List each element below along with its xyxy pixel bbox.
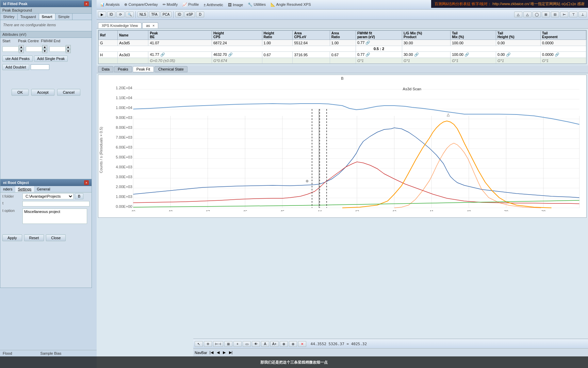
snap-tool[interactable]: ⊛ — [289, 341, 297, 347]
fwhm-link-h[interactable]: 🔗 — [365, 52, 370, 57]
toolbar-r8[interactable]: ⊥ — [578, 12, 587, 17]
eye-tool[interactable]: 👁 — [252, 341, 260, 347]
toolbar-r2[interactable]: △ — [523, 12, 532, 17]
height-link-h[interactable]: 🔗 — [228, 52, 233, 57]
tab-peaks[interactable]: Peaks — [114, 66, 132, 72]
add-doublet-button[interactable]: Add Doublet — [2, 64, 29, 70]
start-spinner[interactable]: 6 ▲ ▼ — [2, 45, 24, 53]
fwhm-input[interactable]: 43.90 — [49, 46, 66, 52]
fwhm-spinner[interactable]: 43.90 ▲ ▼ — [49, 45, 71, 53]
nav-next[interactable]: ▶ — [222, 350, 227, 355]
toolbar-r1[interactable]: △ — [514, 12, 522, 17]
toolbar-r3[interactable]: ◯ — [533, 12, 541, 17]
add-peaks-button[interactable]: ute Add Peaks — [2, 56, 33, 62]
toolbar-nls[interactable]: NLS — [137, 12, 148, 17]
menu-utilities[interactable]: 🔧 Utilities — [246, 2, 268, 7]
add-single-peak-button[interactable]: Add Single Peak — [34, 56, 68, 62]
text-add-tool[interactable]: A+ — [270, 341, 279, 347]
tab-general[interactable]: General — [34, 186, 53, 192]
name-input[interactable]: Misc — [22, 201, 89, 206]
svg-text:45: 45 — [280, 210, 285, 211]
move-tool[interactable]: ⊕ — [280, 341, 288, 347]
toolbar-r5[interactable]: ⊟ — [551, 12, 559, 17]
tab-settings[interactable]: Settings — [15, 186, 34, 192]
tab-data[interactable]: Data — [98, 66, 113, 72]
tm-link-h[interactable]: 🔗 — [464, 52, 469, 57]
text-tool[interactable]: A — [261, 341, 269, 347]
nav-prev[interactable]: ◀ — [216, 350, 220, 355]
reset-button[interactable]: Reset — [24, 234, 44, 241]
root-panel-close[interactable]: × — [84, 180, 89, 185]
peak-centre-spinner[interactable]: 44.13 ▲ ▼ — [26, 45, 47, 53]
folder-select[interactable]: C:\Avantage\Projects — [22, 193, 74, 199]
toolbar-r6[interactable]: ⊢ — [560, 12, 568, 17]
tab-smart[interactable]: Smart — [39, 14, 55, 20]
nav-last[interactable]: ▶| — [228, 350, 234, 355]
peak-centre-down[interactable]: ▼ — [42, 49, 47, 53]
panel-close-button[interactable]: × — [84, 1, 89, 6]
col-tail-mix: TailMix (%) — [451, 31, 496, 40]
start-down[interactable]: ▼ — [19, 49, 24, 53]
menu-profile[interactable]: 📈 Profile — [180, 2, 201, 7]
apply-button[interactable]: Apply — [2, 234, 22, 241]
menu-image[interactable]: 🖼 Image — [226, 2, 245, 7]
th-link-h[interactable]: 🔗 — [506, 52, 511, 57]
start-input[interactable]: 6 — [2, 46, 19, 52]
folder-browse-button[interactable]: B — [75, 193, 83, 199]
crosshair-tool[interactable]: ✛ — [204, 341, 212, 347]
toolbar-refresh[interactable]: ⟳ — [116, 12, 125, 17]
description-textarea[interactable]: Miscellaneous project — [22, 209, 87, 224]
fwhm-down[interactable]: ▼ — [66, 49, 71, 53]
te-link-h[interactable]: 🔗 — [555, 52, 559, 57]
toolbar-d[interactable]: D — [196, 12, 204, 17]
menu-angle[interactable]: 📐 Angle Resolved XPS — [268, 2, 313, 7]
svg-text:As3d Scan: As3d Scan — [403, 87, 421, 91]
svg-text:4.00E+03: 4.00E+03 — [116, 165, 132, 169]
box-tool[interactable]: ▭ — [243, 341, 251, 347]
close-button[interactable]: Close — [46, 234, 66, 241]
toolbar-r4[interactable]: ⊞ — [542, 12, 550, 17]
nav-first[interactable]: |◀ — [209, 350, 214, 355]
toolbar-r7[interactable]: ⊤ — [569, 12, 577, 17]
toolbar-play[interactable]: ▶ — [98, 12, 106, 17]
row-aratio-g: 1.00 — [330, 40, 356, 46]
select-tool[interactable]: ↖ — [195, 341, 203, 347]
chart-area[interactable]: Counts / s (Residuals × 0.5) 0.00E+00 1.… — [98, 82, 586, 211]
add-tool[interactable]: + — [233, 341, 242, 347]
ok-button[interactable]: OK — [12, 89, 29, 96]
cancel-button[interactable]: Cancel — [57, 89, 80, 96]
tab-close-icon[interactable]: × — [152, 24, 154, 28]
peak-centre-input[interactable]: 44.13 — [26, 46, 42, 52]
tab-nders[interactable]: nders — [0, 186, 15, 192]
menu-arithmetic[interactable]: ± Arithmetic — [201, 2, 225, 7]
tab-simple[interactable]: Simple — [55, 14, 73, 20]
toolbar-esp[interactable]: eSP — [184, 12, 195, 17]
tab-shirley[interactable]: Shirley — [0, 14, 18, 20]
toolbar-id2[interactable]: ID — [175, 12, 183, 17]
menu-analysis[interactable]: 📊 Analysis — [98, 2, 121, 7]
peak-centre-up[interactable]: ▲ — [42, 45, 47, 49]
menu-modify[interactable]: ✏ Modify — [161, 2, 180, 7]
lg-link-h[interactable]: 🔗 — [414, 52, 419, 57]
doublet-input[interactable]: As3d — [31, 64, 49, 70]
peak-link-h[interactable]: 🔗 — [160, 52, 165, 57]
range-tool[interactable]: ⊢⊣ — [213, 341, 223, 347]
tab-peak-fit[interactable]: Peak Fit — [133, 66, 154, 72]
tab-xps-knowledge[interactable]: XPS Knowledge View — [98, 22, 142, 28]
region-tool[interactable]: ⊞ — [224, 341, 232, 347]
toolbar-search[interactable]: 🔍 — [126, 12, 134, 17]
fwhm-up[interactable]: ▲ — [66, 45, 71, 49]
tab-as[interactable]: as × — [142, 22, 158, 28]
root-object-panel: nt Root Object × nders Settings General … — [0, 179, 92, 288]
toolbar-pca[interactable]: PCA — [161, 12, 172, 17]
tab-chemical-state[interactable]: Chemical State — [154, 66, 187, 72]
toolbar-tfa[interactable]: TFA — [149, 12, 159, 17]
menu-compare[interactable]: ⊕ Compare/Overlay — [122, 2, 160, 7]
fwhm-link-g[interactable]: 🔗 — [365, 41, 370, 45]
accept-button[interactable]: Accept — [31, 89, 54, 96]
toolbar-id[interactable]: ID — [107, 12, 115, 17]
row-tail-ht-h: 0.00 🔗 — [496, 52, 541, 58]
delete-tool[interactable]: ✕ — [298, 341, 306, 347]
start-up[interactable]: ▲ — [19, 45, 24, 49]
tab-tougaard[interactable]: Tougaard — [18, 14, 39, 20]
